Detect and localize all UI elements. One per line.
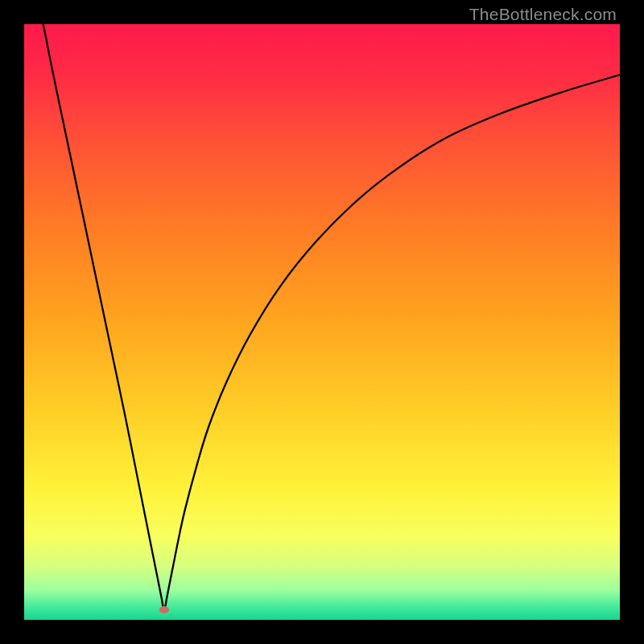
chart-frame: TheBottleneck.com [0, 0, 644, 644]
minimum-marker [159, 606, 169, 613]
chart-svg [24, 24, 620, 620]
plot-area [24, 24, 620, 620]
watermark-text: TheBottleneck.com [469, 5, 617, 24]
gradient-background [24, 24, 620, 620]
